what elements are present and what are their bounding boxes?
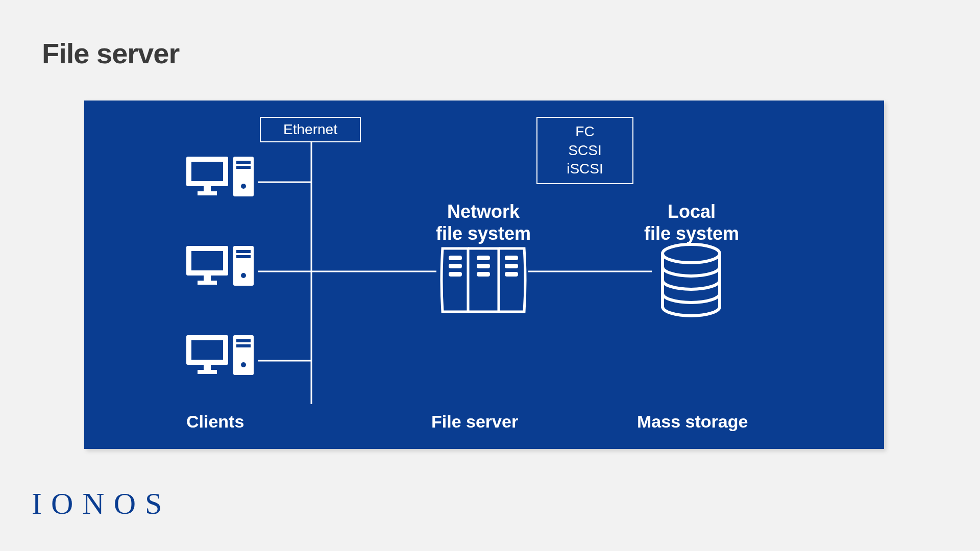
disk-stack-icon: [658, 242, 724, 324]
protocol-scsi: SCSI: [568, 141, 601, 160]
local-fs-label: Local file system: [635, 201, 748, 244]
storage-protocol-box: FC SCSI iSCSI: [536, 117, 633, 184]
svg-rect-19: [236, 250, 251, 253]
local-fs-line2: file system: [635, 222, 748, 244]
svg-rect-11: [236, 161, 251, 164]
svg-point-21: [241, 273, 246, 278]
protocol-fc: FC: [575, 122, 594, 141]
protocol-iscsi: iSCSI: [567, 160, 603, 178]
svg-point-13: [241, 184, 246, 189]
svg-rect-34: [477, 264, 490, 268]
client-workstation-icon: [186, 335, 258, 386]
svg-rect-28: [236, 344, 251, 347]
svg-rect-16: [204, 276, 211, 281]
svg-rect-24: [204, 365, 211, 370]
svg-point-39: [663, 244, 720, 263]
svg-rect-38: [505, 272, 518, 277]
ethernet-protocol-box: Ethernet: [260, 117, 361, 142]
svg-rect-37: [505, 264, 518, 268]
client-workstation-icon: [186, 157, 258, 208]
svg-rect-33: [477, 256, 490, 260]
section-clients-label: Clients: [186, 412, 244, 432]
server-rack-icon: [437, 244, 529, 321]
svg-rect-27: [236, 339, 251, 342]
diagram-panel: Ethernet FC SCSI iSCSI Network file syst…: [84, 101, 884, 449]
svg-rect-25: [198, 370, 217, 374]
ethernet-label: Ethernet: [283, 120, 337, 139]
network-fs-line1: Network: [433, 201, 533, 222]
local-fs-line1: Local: [635, 201, 748, 222]
client-workstation-icon: [186, 246, 258, 297]
svg-rect-8: [204, 186, 211, 191]
svg-rect-20: [236, 255, 251, 258]
section-storage-label: Mass storage: [637, 412, 748, 432]
svg-rect-31: [449, 264, 462, 268]
svg-rect-7: [191, 162, 223, 181]
page-title: File server: [42, 37, 179, 70]
svg-rect-15: [191, 251, 223, 270]
svg-point-29: [241, 362, 246, 367]
brand-logo: IONOS: [32, 486, 171, 521]
network-fs-line2: file system: [433, 222, 533, 244]
svg-rect-9: [198, 191, 217, 195]
svg-rect-12: [236, 166, 251, 169]
svg-rect-35: [477, 272, 490, 277]
svg-rect-36: [505, 256, 518, 260]
svg-rect-32: [449, 272, 462, 277]
svg-rect-17: [198, 281, 217, 285]
svg-rect-23: [191, 340, 223, 360]
svg-rect-30: [449, 256, 462, 260]
network-fs-label: Network file system: [433, 201, 533, 244]
section-server-label: File server: [431, 412, 518, 432]
